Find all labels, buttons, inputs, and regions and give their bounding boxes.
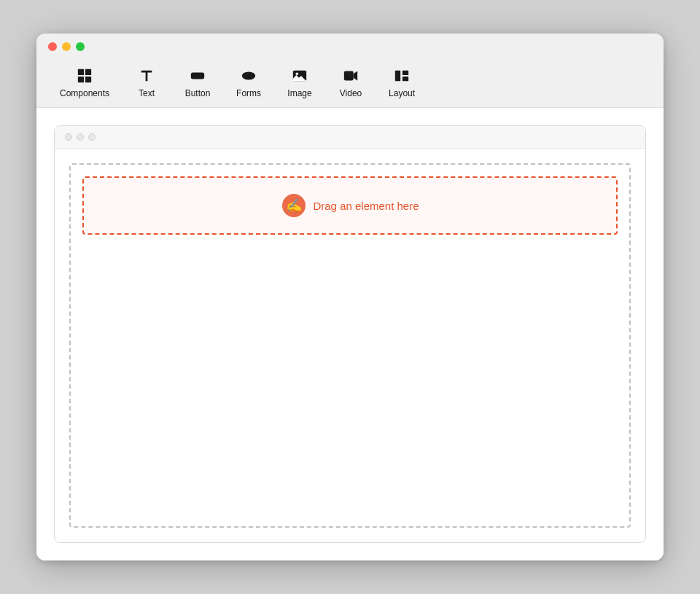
toolbar-label-components: Components	[60, 88, 109, 98]
svg-point-5	[242, 72, 255, 80]
drag-cursor: ✍	[281, 192, 307, 219]
hand-cursor-icon: ✍	[286, 199, 302, 212]
text-icon	[138, 67, 155, 85]
preview-dot-yellow	[77, 133, 84, 141]
svg-rect-2	[78, 77, 84, 82]
svg-rect-11	[402, 77, 408, 81]
svg-rect-10	[402, 71, 408, 75]
toolbar-item-components[interactable]: Components	[48, 61, 121, 107]
preview-title-bar	[55, 126, 645, 149]
toolbar-label-forms: Forms	[236, 88, 261, 98]
window-dot-minimize[interactable]	[62, 42, 71, 51]
image-icon	[291, 67, 308, 85]
video-icon	[342, 67, 359, 85]
preview-dot-red	[65, 133, 72, 141]
drop-zone-text: Drag an element here	[313, 200, 419, 212]
toolbar-label-video: Video	[340, 88, 362, 98]
drop-zone[interactable]: ✍ Drag an element here	[82, 176, 618, 235]
window-dot-close[interactable]	[48, 42, 57, 51]
forms-icon	[240, 67, 257, 85]
svg-rect-0	[78, 69, 84, 75]
svg-rect-4	[191, 72, 204, 79]
svg-rect-8	[344, 71, 354, 81]
toolbar-item-forms[interactable]: Forms	[223, 61, 274, 107]
toolbar-item-video[interactable]: Video	[325, 61, 376, 107]
toolbar-item-text[interactable]: Text	[121, 61, 172, 107]
svg-rect-3	[85, 77, 91, 82]
canvas-area: ✍ Drag an element here	[55, 149, 645, 542]
window-controls	[48, 42, 652, 51]
toolbar-label-button: Button	[185, 88, 211, 98]
preview-window: ✍ Drag an element here	[54, 125, 646, 543]
button-icon	[189, 67, 206, 85]
svg-rect-1	[85, 69, 91, 75]
svg-point-7	[296, 72, 299, 75]
window-dot-maximize[interactable]	[76, 42, 85, 51]
toolbar-label-text: Text	[139, 88, 155, 98]
preview-dot-green	[88, 133, 96, 141]
toolbar-item-button[interactable]: Button	[172, 61, 223, 107]
components-icon	[76, 67, 93, 85]
svg-rect-9	[395, 71, 400, 82]
toolbar-label-image: Image	[287, 88, 311, 98]
main-content: ✍ Drag an element here	[36, 108, 664, 560]
canvas-outer[interactable]: ✍ Drag an element here	[69, 163, 631, 528]
title-bar: Components Text Button	[36, 34, 664, 108]
layout-icon	[393, 67, 411, 85]
toolbar: Components Text Button	[48, 61, 652, 107]
toolbar-item-layout[interactable]: Layout	[376, 61, 427, 107]
toolbar-label-layout: Layout	[389, 88, 415, 98]
app-window: Components Text Button	[36, 34, 664, 560]
toolbar-item-image[interactable]: Image	[274, 61, 325, 107]
